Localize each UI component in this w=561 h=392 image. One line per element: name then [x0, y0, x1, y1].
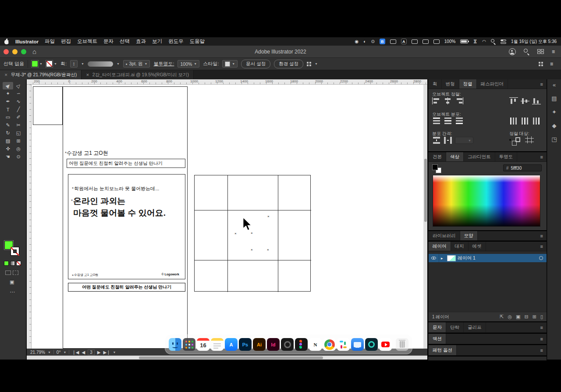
menu-effect[interactable]: 효과 — [136, 38, 146, 45]
tab-align[interactable]: 정렬 — [459, 79, 477, 89]
history-dock-icon[interactable]: ◳ — [551, 136, 557, 143]
pencil-tool[interactable]: ✎ — [3, 121, 13, 129]
menu-edit[interactable]: 편집 — [61, 38, 71, 45]
account-icon[interactable] — [509, 48, 516, 55]
search-icon[interactable] — [524, 49, 529, 54]
launchpad-icon[interactable] — [183, 338, 195, 351]
last-artboard-button[interactable]: ▶❘ — [103, 350, 110, 355]
doc-tab-typography[interactable]: ✕ 2강_타이포그래피.ai @ 19.5%(RGB/미리 보기) — [82, 70, 194, 79]
edit-toolbar-icon[interactable]: ⋯ — [10, 289, 15, 295]
titlebar-menu-icon[interactable]: ≡ — [552, 49, 555, 55]
stroke-weight-field[interactable]: ▲▼ — [70, 60, 78, 68]
distribute-vcenter-icon[interactable] — [444, 118, 452, 125]
align-options-icon[interactable] — [307, 62, 311, 66]
distribute-hcenter-icon[interactable] — [521, 118, 529, 125]
display-menu-icon[interactable] — [390, 39, 396, 44]
draw-behind-icon[interactable] — [13, 271, 18, 275]
panel-menu-icon[interactable]: ≡ — [537, 325, 547, 330]
stepper-icon[interactable]: ▲▼ — [73, 62, 75, 66]
lasso-tool[interactable]: ∽ — [13, 90, 24, 97]
layer-thumbnail[interactable] — [447, 255, 456, 261]
close-tab-icon[interactable]: ✕ — [4, 73, 8, 77]
brush-definition-preview[interactable] — [88, 61, 113, 67]
tab-assets[interactable]: 에셋 — [469, 242, 486, 251]
card-object[interactable]: 학원에서는 눈치보느라 못 물어봤는데... 온라인 과외는 마음껏 물어볼 수… — [68, 174, 185, 279]
scissors-tool[interactable]: ✂ — [13, 121, 24, 129]
scale-tool[interactable]: ◱ — [13, 129, 24, 137]
selection-tool[interactable]: ▶ — [3, 82, 13, 89]
horizontal-scrollbar[interactable] — [27, 356, 427, 360]
tab-layers[interactable]: 레이어 — [429, 242, 451, 251]
menu-view[interactable]: 보기 — [152, 38, 162, 45]
eyedropper-tool[interactable]: ✜ — [3, 145, 13, 153]
panel-menu-icon[interactable]: ≡ — [537, 348, 547, 353]
screen-mode-icon[interactable]: ▣ — [10, 279, 14, 285]
rectangle-tool[interactable]: ▭ — [3, 114, 13, 121]
preferences-button[interactable]: 환경 설정 — [274, 60, 303, 68]
line-segment-tool[interactable]: ╱ — [13, 106, 24, 113]
tab-stroke[interactable]: 획 — [429, 79, 442, 89]
illustrator-icon[interactable]: Ai — [253, 338, 266, 351]
menu-help[interactable]: 도움말 — [190, 38, 205, 45]
draw-normal-icon[interactable] — [5, 271, 11, 275]
magic-wand-tool[interactable]: ✦ — [3, 90, 13, 97]
banner-text-box[interactable]: 어떤 질문에도 친절히 알려주는 선생님 만나기 — [67, 159, 185, 168]
screen-sharing-app-icon[interactable] — [351, 338, 364, 351]
menu-window[interactable]: 윈도우 — [168, 38, 184, 45]
minimize-window-button[interactable] — [12, 49, 18, 54]
chrome-icon[interactable] — [323, 338, 336, 351]
menu-file[interactable]: 파일 — [45, 38, 55, 45]
visibility-cell[interactable] — [429, 254, 439, 262]
stroke-color-control[interactable]: ▼ — [46, 61, 57, 67]
horizontal-ruler[interactable]: 200 0 200 400 600 800 1000 1200 1400 160… — [27, 79, 427, 85]
hand-tool[interactable]: ☚ — [3, 153, 13, 160]
vertical-ruler[interactable] — [27, 85, 32, 349]
vertical-spacing-icon[interactable] — [432, 137, 441, 144]
blend-tool[interactable]: ◎ — [13, 145, 24, 153]
pen-tool[interactable]: ✒ — [3, 98, 13, 105]
collect-for-export-icon[interactable]: ⇱ — [500, 314, 504, 320]
prev-artboard-button[interactable]: ◀ — [82, 350, 85, 355]
zoom-level[interactable]: 21.79% — [30, 350, 45, 355]
finder-icon[interactable] — [169, 338, 181, 351]
first-artboard-button[interactable]: ❘◀ — [72, 350, 79, 355]
expand-chevron-icon[interactable]: ▸ — [439, 256, 445, 260]
style-field[interactable]: ▼ — [222, 60, 238, 68]
opacity-label[interactable]: 불투명도: — [153, 61, 174, 67]
distribute-bottom-icon[interactable] — [455, 118, 464, 125]
menu-type[interactable]: 문자 — [103, 38, 114, 45]
screen-mirroring-icon[interactable]: ◉ — [355, 39, 359, 44]
gradient-button[interactable] — [10, 261, 15, 266]
document-setup-button[interactable]: 문서 설정 — [241, 60, 270, 68]
arrange-documents-icon[interactable] — [539, 62, 543, 66]
stroke-swatch[interactable] — [46, 61, 53, 67]
color-spectrum[interactable] — [433, 175, 540, 227]
spotlight-icon[interactable] — [491, 39, 496, 44]
target-circle-icon[interactable] — [539, 256, 543, 260]
tab-swatches[interactable]: 견본 — [429, 152, 446, 161]
more-options-icon[interactable]: ▼ — [315, 62, 318, 65]
symbols-dock-icon[interactable]: ◆ — [552, 122, 557, 129]
delete-layer-icon[interactable]: ▯ — [540, 314, 543, 320]
tab-paragraph[interactable]: 단락 — [446, 322, 464, 332]
menubar-clock[interactable]: 1월 16일 (일) 오후 5:36 — [511, 39, 557, 45]
direct-selection-tool[interactable]: ▷ — [13, 82, 24, 89]
next-artboard-button[interactable]: ▶ — [97, 350, 101, 355]
fill-color-control[interactable]: ▼ — [32, 61, 43, 67]
color-button[interactable] — [4, 261, 9, 266]
control-menu-icon[interactable]: ≡ — [550, 61, 553, 67]
expand-panels-icon[interactable]: « — [553, 82, 556, 88]
make-mask-icon[interactable]: ▣ — [516, 314, 520, 320]
align-vcenter-icon[interactable] — [521, 97, 529, 104]
apple-menu-icon[interactable] — [4, 39, 9, 44]
width-profile-field[interactable]: • 3pt. 원 ▼ — [123, 60, 150, 68]
tab-character[interactable]: 문자 — [429, 322, 446, 332]
tab-glyphs[interactable]: 글리프 — [464, 322, 486, 332]
new-sublayer-icon[interactable]: ⊟ — [525, 314, 529, 320]
home-icon[interactable]: ⌂ — [32, 48, 36, 55]
student-text-object[interactable]: 수강생 고1 고O현 — [67, 150, 108, 157]
bettertouchtool-icon[interactable]: B — [380, 39, 385, 44]
slack-icon[interactable] — [337, 338, 350, 351]
libraries-dock-icon[interactable]: ▤ — [551, 95, 557, 102]
figma-icon[interactable] — [295, 338, 308, 351]
